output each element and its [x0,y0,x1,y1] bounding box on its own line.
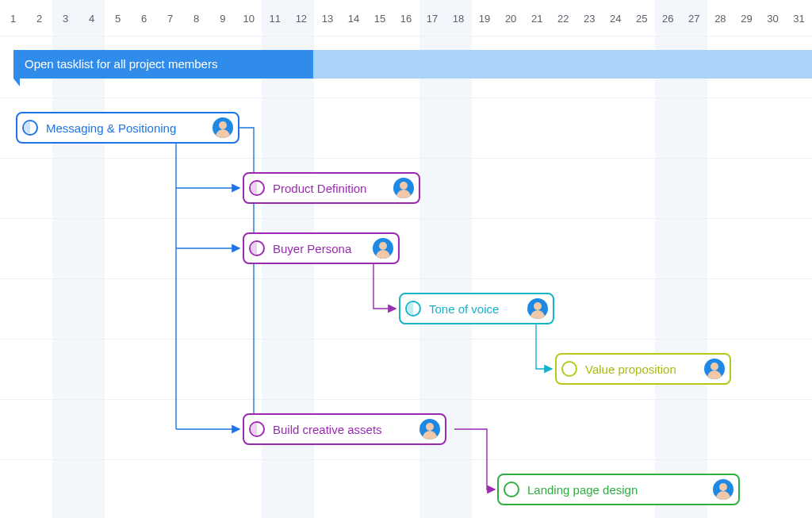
avatar [213,117,233,138]
avatar [527,298,548,319]
gantt-canvas: 1234567891011121314151617181920212223242… [0,0,812,518]
day-column: 28 [707,0,733,36]
day-column: 23 [576,0,603,36]
task-label: Landing page design [527,483,713,497]
status-ring-icon [504,482,519,497]
task-build-creative-assets[interactable]: Build creative assets [243,413,446,445]
day-column: 4 [79,0,105,36]
day-column: 2 [26,0,52,36]
day-column: 1 [0,0,26,36]
day-column: 29 [733,0,760,36]
task-label: Build creative assets [273,423,419,436]
tasklist-header-tail [313,50,812,79]
day-column: 19 [472,0,498,36]
avatar [419,419,440,439]
task-label: Tone of voice [429,302,527,316]
tasklist-header[interactable]: Open tasklist for all project members [13,50,313,79]
task-value-proposition[interactable]: Value proposition [555,353,731,385]
status-ring-icon [405,301,421,317]
day-column: 13 [314,0,340,36]
task-label: Messaging & Positioning [46,121,213,135]
task-label: Product Definition [273,182,393,195]
day-column: 15 [366,0,393,36]
day-column: 10 [236,0,262,36]
status-ring-icon [249,240,265,256]
day-column: 9 [209,0,236,36]
avatar [373,238,393,259]
day-column: 14 [340,0,366,36]
status-ring-icon [249,421,265,437]
day-column: 24 [603,0,629,36]
task-label: Value proposition [585,363,704,376]
day-column: 6 [131,0,157,36]
task-messaging-positioning[interactable]: Messaging & Positioning [16,112,239,144]
day-column: 16 [393,0,419,36]
day-column: 3 [52,0,79,36]
status-ring-icon [22,120,38,136]
tasklist-header-flag [13,79,20,86]
day-column: 8 [183,0,209,36]
day-column: 31 [786,0,812,36]
day-column: 30 [760,0,786,36]
avatar [704,359,725,379]
task-product-definition[interactable]: Product Definition [243,172,420,204]
day-column: 5 [105,0,131,36]
day-column: 17 [419,0,446,36]
day-column: 7 [157,0,183,36]
tasklist-header-label: Open tasklist for all project members [25,57,217,71]
task-buyer-persona[interactable]: Buyer Persona [243,232,400,264]
day-column: 18 [446,0,472,36]
day-column: 26 [655,0,681,36]
timeline-header: 1234567891011121314151617181920212223242… [0,0,812,36]
day-column: 20 [498,0,524,36]
avatar [713,479,733,500]
day-column: 11 [262,0,288,36]
day-column: 25 [629,0,655,36]
task-tone-of-voice[interactable]: Tone of voice [399,293,554,324]
avatar [393,178,414,198]
status-ring-icon [249,180,265,196]
day-column: 27 [681,0,707,36]
task-label: Buyer Persona [273,242,373,255]
task-landing-page-design[interactable]: Landing page design [497,474,740,505]
day-column: 21 [524,0,550,36]
status-ring-icon [561,361,577,377]
day-column: 12 [288,0,314,36]
day-column: 22 [550,0,576,36]
